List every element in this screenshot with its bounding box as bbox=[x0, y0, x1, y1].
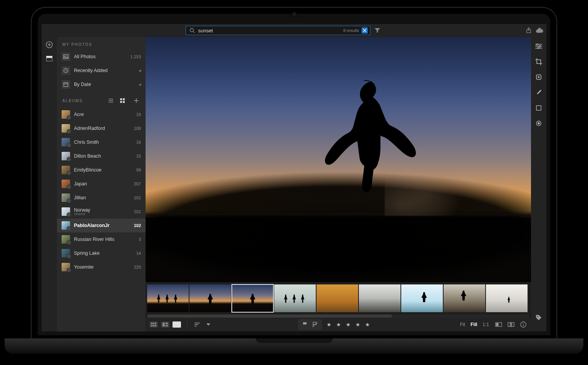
album-item[interactable]: Spring Lake14 bbox=[57, 246, 146, 260]
album-count: 101 bbox=[134, 195, 141, 200]
filmstrip-thumb[interactable] bbox=[486, 284, 528, 312]
laptop-base bbox=[5, 338, 583, 354]
search-clear-button[interactable] bbox=[362, 27, 368, 34]
album-count: 3 bbox=[139, 237, 141, 242]
svg-rect-40 bbox=[512, 323, 514, 326]
svg-rect-54 bbox=[536, 106, 541, 110]
clock-icon bbox=[62, 66, 70, 75]
sidebar-item-recently-added[interactable]: Recently Added ◀ bbox=[57, 64, 146, 77]
search-field[interactable]: 9 results bbox=[186, 26, 370, 35]
album-item[interactable]: PabloAlarconJr102 bbox=[57, 219, 146, 232]
album-thumbnail bbox=[62, 166, 70, 174]
bottom-toolbar: ★ ★ ★ ★ ★ Fit Fill 1:1 bbox=[146, 318, 531, 331]
chevron-left-icon: ◀ bbox=[139, 69, 141, 72]
keywords-tag-icon[interactable] bbox=[535, 314, 543, 321]
cloud-sync-icon[interactable] bbox=[536, 27, 543, 34]
compare-icon[interactable] bbox=[507, 321, 515, 328]
album-count: 102 bbox=[134, 223, 141, 228]
photo-viewer[interactable] bbox=[146, 37, 531, 282]
zoom-controls: Fit Fill 1:1 bbox=[459, 322, 490, 327]
add-album-icon[interactable] bbox=[132, 97, 140, 104]
view-single-icon[interactable] bbox=[173, 321, 181, 328]
album-name: Russian River Hills bbox=[74, 237, 135, 242]
healing-brush-icon[interactable] bbox=[535, 73, 543, 81]
album-item[interactable]: Chris Smith16 bbox=[57, 135, 146, 149]
chevron-left-icon: ◀ bbox=[139, 83, 141, 86]
filter-icon[interactable] bbox=[374, 27, 381, 34]
svg-rect-13 bbox=[64, 83, 68, 87]
svg-rect-38 bbox=[496, 323, 498, 326]
zoom-fill[interactable]: Fill bbox=[469, 322, 478, 327]
album-item[interactable]: Jillian101 bbox=[57, 191, 146, 205]
svg-rect-20 bbox=[120, 101, 122, 103]
album-thumbnail bbox=[62, 152, 70, 160]
filmstrip-thumb[interactable] bbox=[359, 284, 400, 312]
filmstrip-thumb[interactable] bbox=[189, 284, 231, 312]
album-count: 99 bbox=[136, 168, 141, 172]
filmstrip-thumb[interactable] bbox=[147, 284, 189, 312]
album-item[interactable]: AdrienRadford100 bbox=[57, 121, 146, 135]
view-grid-small-icon[interactable] bbox=[149, 321, 158, 328]
svg-rect-39 bbox=[508, 323, 510, 326]
flag-reject-icon[interactable] bbox=[311, 321, 319, 328]
filmstrip-scrollbar[interactable] bbox=[147, 315, 529, 318]
flag-controls bbox=[298, 319, 322, 330]
info-icon[interactable] bbox=[519, 321, 527, 328]
svg-rect-25 bbox=[153, 323, 154, 324]
filmstrip-thumb[interactable] bbox=[274, 284, 316, 312]
share-icon[interactable] bbox=[525, 27, 533, 34]
album-thumbnail bbox=[62, 263, 70, 271]
brush-icon[interactable] bbox=[535, 89, 543, 96]
my-photos-tab-icon[interactable] bbox=[45, 55, 53, 62]
linear-gradient-icon[interactable] bbox=[535, 104, 543, 112]
radial-gradient-icon[interactable] bbox=[535, 119, 543, 127]
my-photos-section-title: MY PHOTOS bbox=[57, 37, 146, 50]
edit-sliders-icon[interactable] bbox=[535, 42, 543, 50]
svg-point-46 bbox=[536, 44, 538, 45]
svg-rect-26 bbox=[155, 323, 156, 324]
album-item[interactable]: EmilyBlincoe99 bbox=[57, 163, 146, 177]
album-name: PabloAlarconJr bbox=[74, 223, 130, 228]
album-item[interactable]: Russian River Hills3 bbox=[57, 232, 146, 246]
zoom-fit[interactable]: Fit bbox=[459, 322, 466, 327]
filmstrip-thumb[interactable] bbox=[444, 284, 485, 312]
album-name: Spring Lake bbox=[74, 251, 132, 256]
album-item[interactable]: Dillon Beach15 bbox=[57, 149, 146, 163]
album-count: 220 bbox=[134, 265, 141, 269]
album-count: 101 bbox=[134, 209, 141, 214]
filmstrip-thumb[interactable] bbox=[317, 284, 358, 312]
svg-rect-21 bbox=[123, 101, 125, 103]
sidebar-item-all-photos[interactable]: All Photos 1,153 bbox=[57, 50, 146, 64]
svg-rect-28 bbox=[153, 325, 154, 326]
search-results-count: 9 results bbox=[343, 28, 359, 33]
search-input[interactable] bbox=[198, 28, 341, 34]
flag-pick-icon[interactable] bbox=[301, 321, 309, 328]
crop-icon[interactable] bbox=[535, 58, 543, 66]
sidebar-item-by-date[interactable]: By Date ◀ bbox=[57, 77, 146, 91]
sort-icon[interactable] bbox=[194, 321, 201, 328]
zoom-1to1[interactable]: 1:1 bbox=[481, 322, 490, 327]
album-thumbnail bbox=[62, 124, 70, 133]
add-photos-icon[interactable] bbox=[45, 41, 53, 49]
chevron-down-icon[interactable] bbox=[206, 321, 211, 328]
albums-list: Acre19AdrienRadford100Chris Smith16Dillo… bbox=[57, 108, 146, 331]
album-name: Japan bbox=[74, 181, 130, 187]
sidebar-item-count: 1,153 bbox=[130, 54, 141, 59]
svg-rect-18 bbox=[120, 98, 122, 100]
album-view-list-icon[interactable] bbox=[107, 97, 115, 104]
filmstrip-thumb-selected[interactable] bbox=[232, 284, 273, 312]
rating-stars[interactable]: ★ ★ ★ ★ ★ bbox=[327, 321, 372, 328]
album-count: 207 bbox=[134, 182, 141, 186]
svg-rect-31 bbox=[166, 323, 168, 324]
album-count: 19 bbox=[136, 112, 141, 117]
svg-rect-9 bbox=[46, 58, 52, 61]
album-view-grid-icon[interactable] bbox=[119, 97, 126, 104]
album-item[interactable]: NorwayShared101 bbox=[57, 205, 146, 219]
album-item[interactable]: Yosemite220 bbox=[57, 260, 146, 274]
show-original-icon[interactable] bbox=[495, 321, 503, 328]
album-item[interactable]: Acre19 bbox=[57, 108, 146, 121]
svg-rect-32 bbox=[166, 325, 168, 326]
album-item[interactable]: Japan207 bbox=[57, 177, 146, 191]
view-grid-large-icon[interactable] bbox=[161, 321, 169, 328]
filmstrip-thumb[interactable] bbox=[401, 284, 443, 312]
